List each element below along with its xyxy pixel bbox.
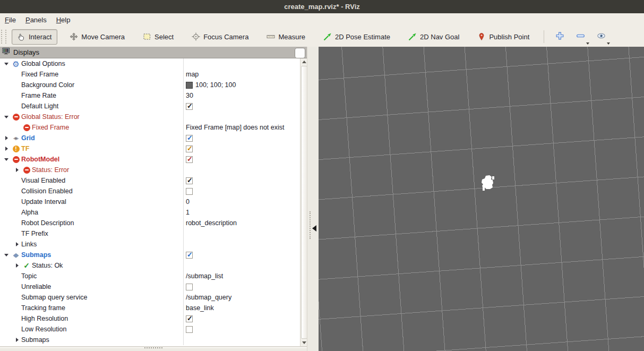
color-swatch[interactable] (186, 82, 193, 89)
tree-row[interactable]: Unreliable (0, 281, 300, 292)
tree-row[interactable]: Submaps (0, 335, 300, 345)
interact-tool-button[interactable]: Interact (12, 29, 57, 45)
tree-row-value[interactable]: 100; 100; 100 (183, 80, 300, 90)
tree-row[interactable]: Tracking framebase_link (0, 303, 300, 313)
tree-row[interactable]: Update Interval0 (0, 196, 300, 207)
tree-row[interactable]: Fixed Framemap (0, 69, 300, 80)
tree-row-value[interactable]: ✓ (183, 101, 300, 112)
tree-row[interactable]: ⚙Global Options (0, 58, 300, 69)
remove-tool-button[interactable] (573, 29, 588, 45)
property-value-text[interactable]: Fixed Frame [map] does not exist (186, 124, 285, 131)
menu-panels[interactable]: Panels (21, 15, 51, 25)
tree-row[interactable]: RobotModel✓ (0, 154, 300, 165)
tree-row[interactable]: Robot Descriptionrobot_description (0, 218, 300, 228)
tree-row[interactable]: !TF✓ (0, 143, 300, 154)
tree-row[interactable]: Collision Enabled (0, 186, 300, 196)
property-value-text[interactable]: 1 (186, 209, 190, 216)
tree-row[interactable]: Background Color100; 100; 100 (0, 80, 300, 90)
tree-row-value[interactable]: 1 (183, 207, 300, 218)
tree-row[interactable]: Visual Enabled✓ (0, 175, 300, 186)
menu-help[interactable]: Help (51, 15, 75, 25)
eye-tool-button[interactable] (594, 29, 609, 45)
tree-row[interactable]: TF Prefix (0, 228, 300, 239)
tree-row[interactable]: Fixed FrameFixed Frame [map] does not ex… (0, 122, 300, 133)
tree-row[interactable]: Low Resolution (0, 324, 300, 335)
tree-row-value[interactable]: ✓ (183, 250, 300, 260)
expand-arrow[interactable] (2, 147, 11, 151)
select-tool-button[interactable]: Select (137, 29, 179, 45)
displays-panel-header[interactable]: Displays (0, 47, 307, 58)
checkbox-checked[interactable]: ✓ (186, 103, 193, 110)
checkbox-unchecked[interactable] (186, 326, 193, 333)
publish-point-tool-button[interactable]: Publish Point (471, 29, 535, 45)
tree-row[interactable]: Links (0, 239, 300, 250)
tree-row-value[interactable]: ✓ (183, 133, 300, 143)
tree-row-value[interactable]: Fixed Frame [map] does not exist (183, 122, 300, 133)
measure-tool-button[interactable]: Measure (261, 29, 311, 45)
move-camera-tool-button[interactable]: Move Camera (64, 29, 131, 45)
checkbox-checked[interactable]: ✓ (186, 252, 193, 259)
tree-row-value[interactable] (183, 324, 300, 335)
expand-arrow[interactable] (2, 136, 11, 140)
expand-arrow[interactable] (13, 168, 21, 172)
title-bar[interactable]: create_map.rviz* - RViz (0, 0, 644, 13)
panel-float-button[interactable] (295, 48, 305, 58)
checkbox-unchecked[interactable] (186, 188, 193, 195)
checkbox-checked[interactable]: ✓ (186, 145, 193, 152)
pose-estimate-tool-button[interactable]: 2D Pose Estimate (317, 29, 396, 45)
tree-row[interactable]: Alpha1 (0, 207, 300, 218)
scrollbar-thumb[interactable] (301, 66, 307, 339)
tree-row[interactable]: ✓Status: Ok (0, 260, 300, 271)
panel-splitter[interactable] (307, 47, 319, 351)
tree-row[interactable]: Submap query service/submap_query (0, 292, 300, 303)
tree-row-value[interactable]: base_link (183, 303, 300, 313)
checkbox-checked[interactable]: ✓ (186, 156, 193, 163)
tree-row-value[interactable]: ✓ (183, 175, 300, 186)
tree-row-value[interactable]: map (183, 69, 300, 80)
checkbox-checked[interactable]: ✓ (186, 135, 193, 142)
tree-row-value[interactable]: /submap_query (183, 292, 300, 303)
focus-camera-tool-button[interactable]: Focus Camera (186, 29, 254, 45)
tree-row-value[interactable] (183, 186, 300, 196)
tree-row-value[interactable]: /submap_list (183, 271, 300, 281)
expand-arrow[interactable] (13, 338, 21, 342)
tree-row[interactable]: Default Light✓ (0, 101, 300, 112)
tree-row[interactable]: ◈Grid✓ (0, 133, 300, 143)
tree-row-value[interactable]: 0 (183, 196, 300, 207)
tree-row-value[interactable]: robot_description (183, 218, 300, 228)
scroll-down-button[interactable] (300, 339, 307, 346)
property-value-text[interactable]: robot_description (186, 219, 237, 227)
add-tool-button[interactable] (552, 29, 568, 45)
tree-row[interactable]: ◆Submaps✓ (0, 250, 300, 260)
expand-arrow[interactable] (2, 158, 11, 161)
scroll-up-button[interactable] (300, 58, 307, 65)
vertical-scrollbar[interactable] (300, 58, 307, 346)
checkbox-checked[interactable]: ✓ (186, 177, 193, 184)
collapse-panel-icon[interactable] (312, 225, 316, 232)
property-value-text[interactable]: /submap_query (186, 294, 231, 301)
tree-row[interactable]: Topic/submap_list (0, 271, 300, 281)
expand-arrow[interactable] (13, 242, 21, 246)
checkbox-checked[interactable]: ✓ (186, 315, 193, 322)
tree-row-value[interactable]: ✓ (183, 143, 300, 154)
menu-file[interactable]: File (0, 15, 21, 25)
tree-row[interactable]: Status: Error (0, 165, 300, 175)
property-value-text[interactable]: base_link (186, 304, 214, 312)
tree-row[interactable]: Frame Rate30 (0, 90, 300, 101)
expand-arrow[interactable] (2, 254, 11, 256)
tree-row[interactable]: Global Status: Error (0, 112, 300, 122)
nav-goal-tool-button[interactable]: 2D Nav Goal (402, 29, 465, 45)
property-value-text[interactable]: 100; 100; 100 (195, 81, 236, 89)
expand-arrow[interactable] (2, 63, 11, 65)
tree-row-value[interactable]: ✓ (183, 313, 300, 324)
tree-row-value[interactable]: ✓ (183, 154, 300, 165)
expand-arrow[interactable] (2, 116, 11, 118)
tree-row-value[interactable]: 30 (183, 90, 300, 101)
viewport-3d[interactable] (319, 47, 644, 351)
checkbox-unchecked[interactable] (186, 284, 193, 290)
tree-row[interactable]: High Resolution✓ (0, 313, 300, 324)
property-value-text[interactable]: 30 (186, 92, 193, 99)
tree-row-value[interactable] (183, 281, 300, 292)
expand-arrow[interactable] (13, 263, 21, 268)
property-value-text[interactable]: 0 (186, 198, 190, 206)
